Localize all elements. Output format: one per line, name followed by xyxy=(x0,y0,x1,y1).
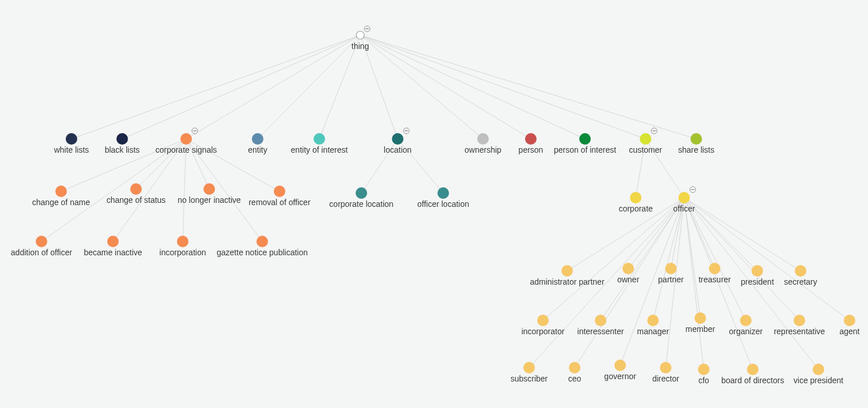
node-label: share lists xyxy=(678,145,714,154)
node-label: president xyxy=(741,277,774,286)
node-dot xyxy=(116,133,128,145)
edge-thing-person_of_interest xyxy=(360,35,585,139)
node-dot xyxy=(752,265,763,277)
node-person: person xyxy=(519,133,544,154)
node-ownership: ownership xyxy=(465,133,501,154)
collapse-toggle[interactable] xyxy=(690,187,696,192)
edge-officer-manager xyxy=(653,198,684,320)
node-entity: entity xyxy=(248,133,267,154)
edge-thing-black_lists xyxy=(122,35,360,139)
node-admin_partner: administrator partner xyxy=(530,265,605,286)
node-dot xyxy=(579,133,591,145)
node-label: black lists xyxy=(105,145,140,154)
taxonomy-graph[interactable]: thingwhite listsblack listscorporate sig… xyxy=(0,0,868,408)
node-label: organizer xyxy=(729,327,763,336)
node-label: thing xyxy=(352,41,369,51)
node-partner: partner xyxy=(658,263,684,284)
node-label: officer location xyxy=(417,199,469,209)
node-label: change of name xyxy=(32,198,90,207)
node-became_inactive: became inactive xyxy=(84,236,142,257)
node-label: owner xyxy=(617,275,639,284)
node-addition_of_officer: addition of officer xyxy=(11,236,73,257)
nodes-layer: thingwhite listsblack listscorporate sig… xyxy=(11,26,860,385)
node-officer_location: officer location xyxy=(417,187,469,209)
node-change_of_name: change of name xyxy=(32,186,90,207)
node-dot xyxy=(130,183,142,195)
node-dot xyxy=(665,263,677,274)
node-label: partner xyxy=(658,275,684,284)
node-label: entity of interest xyxy=(291,145,348,154)
node-dot xyxy=(647,315,659,326)
node-dot xyxy=(525,133,537,145)
edge-thing-ownership xyxy=(360,35,483,139)
node-dot xyxy=(203,183,215,195)
node-label: secretary xyxy=(784,277,817,286)
node-dot xyxy=(595,315,606,326)
node-entity_of_interest: entity of interest xyxy=(291,133,348,154)
node-label: person of interest xyxy=(554,145,616,154)
node-dot xyxy=(256,236,268,247)
node-dot xyxy=(561,265,573,277)
edge-officer-president xyxy=(684,198,757,271)
node-interessenter: interessenter xyxy=(578,315,624,336)
node-label: administrator partner xyxy=(530,277,605,286)
node-label: member xyxy=(685,324,715,334)
collapse-toggle[interactable] xyxy=(403,128,409,134)
node-customer[interactable]: customer xyxy=(629,128,662,154)
node-dot xyxy=(66,133,77,145)
node-dot xyxy=(36,236,47,247)
collapse-toggle[interactable] xyxy=(651,128,657,134)
node-dot[interactable] xyxy=(392,133,403,145)
edge-thing-share_lists xyxy=(360,35,696,139)
node-label: vice president xyxy=(794,376,843,385)
node-label: director xyxy=(652,374,680,383)
node-label: treasurer xyxy=(699,275,731,284)
node-president: president xyxy=(741,265,774,286)
node-dot xyxy=(523,362,535,373)
node-governor: governor xyxy=(604,360,636,381)
node-corporate_location: corporate location xyxy=(329,187,393,209)
edge-thing-person xyxy=(360,35,531,139)
node-label: interessenter xyxy=(578,327,624,336)
node-ceo: ceo xyxy=(568,362,582,383)
node-dot xyxy=(177,236,188,247)
edge-officer-organizer xyxy=(684,198,746,320)
node-dot xyxy=(537,315,549,326)
node-dot[interactable] xyxy=(356,31,364,39)
node-corporate_signals[interactable]: corporate signals xyxy=(156,128,217,154)
node-dot xyxy=(698,364,710,375)
node-person_of_interest: person of interest xyxy=(554,133,616,154)
edge-thing-customer xyxy=(360,35,646,139)
node-label: ownership xyxy=(465,145,501,154)
node-corporate: corporate xyxy=(618,192,652,213)
node-dot xyxy=(795,265,806,277)
edge-thing-white_lists xyxy=(71,35,360,139)
node-incorporator: incorporator xyxy=(522,315,565,336)
node-dot xyxy=(107,236,119,247)
node-owner: owner xyxy=(617,263,639,284)
node-share_lists: share lists xyxy=(678,133,714,154)
node-dot[interactable] xyxy=(640,133,651,145)
node-label: representative xyxy=(774,327,825,336)
node-white_lists: white lists xyxy=(54,133,89,154)
node-dot xyxy=(695,312,706,324)
node-incorporation: incorporation xyxy=(160,236,206,257)
node-officer[interactable]: officer xyxy=(673,187,696,213)
node-label: corporate xyxy=(618,204,652,213)
node-dot[interactable] xyxy=(180,133,192,145)
node-dot[interactable] xyxy=(678,192,690,203)
node-dot xyxy=(252,133,263,145)
node-agent: agent xyxy=(839,315,859,336)
node-cfo: cfo xyxy=(698,364,710,385)
node-removal_of_officer: removal of officer xyxy=(248,186,310,207)
node-label: change of status xyxy=(107,195,166,205)
node-label: no longer inactive xyxy=(178,195,241,205)
node-location[interactable]: location xyxy=(384,128,412,154)
collapse-toggle[interactable] xyxy=(192,128,198,134)
node-vice_president: vice president xyxy=(794,364,843,385)
node-director: director xyxy=(652,362,680,383)
node-dot xyxy=(747,364,758,375)
node-manager: manager xyxy=(637,315,669,336)
node-gazette_notice: gazette notice publication xyxy=(217,236,308,257)
collapse-toggle[interactable] xyxy=(364,26,370,32)
